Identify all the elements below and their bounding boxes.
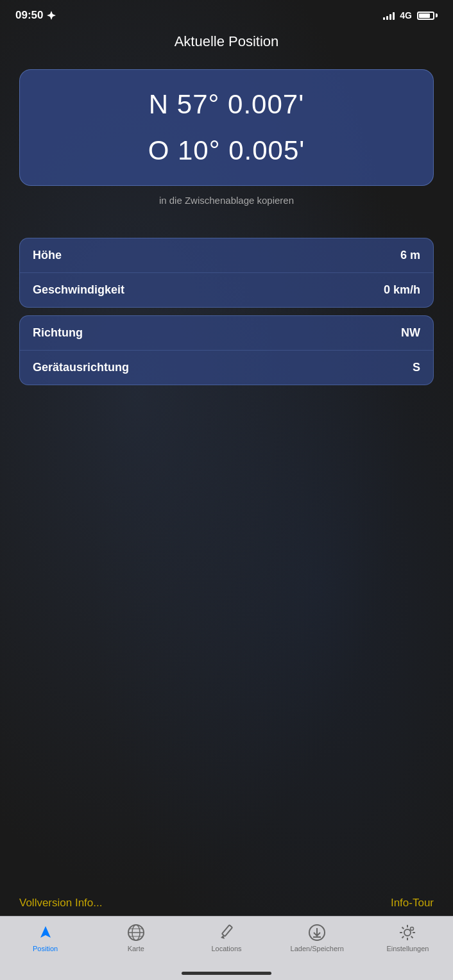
signal-bar-4 — [393, 12, 395, 20]
vollversion-info-link[interactable]: Vollversion Info... — [19, 897, 102, 909]
pencil-icon — [219, 924, 234, 942]
coordinate-longitude: O 10° 0.005' — [33, 135, 420, 166]
locations-tab-icon — [217, 923, 236, 942]
battery-tip — [436, 13, 438, 17]
altitude-value: 6 m — [400, 249, 420, 262]
info-card-altitude-speed: Höhe 6 m Geschwindigkeit 0 km/h — [19, 238, 434, 308]
info-row-altitude: Höhe 6 m — [20, 238, 433, 273]
device-orientation-value: S — [413, 361, 420, 374]
karte-tab-icon — [126, 923, 146, 942]
signal-bar-2 — [386, 16, 388, 20]
signal-bar-3 — [389, 14, 391, 20]
tab-laden-speichern-label: Laden/Speichern — [291, 945, 344, 952]
home-indicator — [182, 972, 271, 975]
info-row-speed: Geschwindigkeit 0 km/h — [20, 273, 433, 307]
gear-icon — [398, 924, 416, 942]
tab-laden-speichern[interactable]: Laden/Speichern — [272, 923, 363, 952]
svg-line-18 — [402, 936, 404, 938]
tab-locations[interactable]: Locations — [181, 923, 271, 952]
status-time: 09:50 — [15, 9, 56, 22]
coordinates-card[interactable]: N 57° 0.007' O 10° 0.005' — [19, 69, 434, 186]
page-title: Aktuelle Position — [19, 33, 434, 50]
battery-fill — [419, 13, 430, 18]
info-card-direction: Richtung NW Gerätausrichtung S — [19, 315, 434, 385]
network-label: 4G — [400, 10, 412, 21]
status-right: 4G — [383, 10, 438, 21]
tab-position[interactable]: Position — [0, 923, 90, 952]
info-tour-link[interactable]: Info-Tour — [391, 897, 434, 909]
svg-point-19 — [411, 927, 414, 931]
bottom-links: Vollversion Info... Info-Tour — [0, 897, 453, 909]
laden-speichern-tab-icon — [307, 923, 327, 942]
direction-value: NW — [401, 326, 420, 340]
tab-einstellungen-label: Einstellungen — [386, 945, 429, 952]
speed-label: Geschwindigkeit — [33, 283, 124, 297]
signal-bar-1 — [383, 17, 385, 20]
navigation-icon — [38, 925, 53, 940]
battery-icon — [417, 12, 438, 20]
coordinate-latitude: N 57° 0.007' — [33, 89, 420, 120]
tab-locations-label: Locations — [211, 945, 241, 952]
location-icon — [47, 11, 56, 20]
copy-hint[interactable]: in die Zwischenablage kopieren — [19, 195, 434, 206]
altitude-label: Höhe — [33, 249, 62, 262]
position-tab-icon — [36, 923, 55, 942]
einstellungen-tab-icon — [398, 923, 417, 942]
svg-line-16 — [411, 936, 413, 938]
info-row-direction: Richtung NW — [20, 316, 433, 351]
status-bar: 09:50 4G — [0, 0, 453, 27]
globe-icon — [127, 924, 145, 942]
svg-line-15 — [402, 927, 404, 929]
direction-label: Richtung — [33, 326, 83, 340]
battery-body — [417, 12, 434, 20]
device-orientation-label: Gerätausrichtung — [33, 361, 129, 374]
main-content: Aktuelle Position N 57° 0.007' O 10° 0.0… — [0, 27, 453, 385]
tab-karte-label: Karte — [128, 945, 144, 952]
download-icon — [308, 924, 326, 942]
svg-point-10 — [404, 929, 411, 936]
tab-einstellungen[interactable]: Einstellungen — [363, 923, 453, 952]
tab-position-label: Position — [33, 945, 58, 952]
speed-value: 0 km/h — [384, 283, 420, 297]
svg-rect-5 — [222, 925, 232, 936]
signal-bars — [383, 11, 395, 20]
info-row-device-orientation: Gerätausrichtung S — [20, 351, 433, 385]
tab-karte[interactable]: Karte — [90, 923, 181, 952]
tab-bar: Position Karte Locations — [0, 916, 453, 980]
